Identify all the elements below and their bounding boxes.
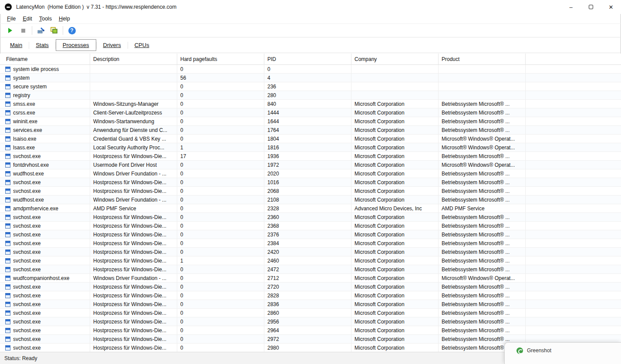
- description-cell: Hostprozess für Windows-Die...: [90, 256, 177, 265]
- company-cell: Microsoft Corporation: [351, 178, 439, 186]
- product-cell: Betriebssystem Microsoft® ...: [439, 248, 526, 256]
- product-cell: Betriebssystem Microsoft® ...: [439, 100, 526, 108]
- menu-file[interactable]: File: [3, 15, 19, 23]
- table-row[interactable]: svchost.exe Hostprozess für Windows-Die.…: [0, 239, 621, 248]
- table-row[interactable]: wudfcompanionhost.exe Windows Driver Fou…: [0, 274, 621, 283]
- close-button[interactable]: ✕: [601, 0, 621, 14]
- table-row[interactable]: svchost.exe Hostprozess für Windows-Die.…: [0, 326, 621, 335]
- table-row[interactable]: csrss.exe Client-Server-Laufzeitprozess …: [0, 108, 621, 117]
- filename-cell: svchost.exe: [0, 178, 90, 186]
- table-row[interactable]: system idle process 0 0: [0, 65, 621, 74]
- product-cell: [439, 91, 526, 99]
- tab-stats[interactable]: Stats: [29, 40, 55, 51]
- table-row[interactable]: wudfhost.exe Windows Driver Foundation -…: [0, 195, 621, 204]
- play-icon: [7, 27, 14, 34]
- table-row[interactable]: svchost.exe Hostprozess für Windows-Die.…: [0, 300, 621, 309]
- column-header-description[interactable]: Description: [90, 54, 177, 64]
- company-cell: [351, 82, 439, 91]
- table-row[interactable]: system 56 4: [0, 74, 621, 82]
- table-row[interactable]: svchost.exe Hostprozess für Windows-Die.…: [0, 256, 621, 265]
- pid-cell: 2972: [264, 335, 351, 343]
- column-header-filename[interactable]: Filename: [0, 54, 90, 64]
- filename-text: wudfcompanionhost.exe: [13, 275, 69, 281]
- table-row[interactable]: svchost.exe Hostprozess für Windows-Die.…: [0, 222, 621, 230]
- filename-text: svchost.exe: [13, 284, 40, 290]
- toolbar-separator: [63, 26, 63, 35]
- company-cell: [351, 91, 439, 99]
- empty-cell: [526, 108, 621, 117]
- table-row[interactable]: svchost.exe Hostprozess für Windows-Die.…: [0, 265, 621, 274]
- hard-pagefaults-cell: 0: [177, 91, 264, 99]
- filename-text: wininit.exe: [13, 118, 37, 125]
- table-row[interactable]: registry 0 280: [0, 91, 621, 100]
- table-row[interactable]: services.exe Anwendung für Dienste und C…: [0, 126, 621, 135]
- cascade-windows-button[interactable]: [48, 25, 60, 36]
- column-header-pid[interactable]: PID: [264, 54, 351, 64]
- empty-cell: [526, 309, 621, 317]
- table-row[interactable]: smss.exe Windows-Sitzungs-Manager 0 840 …: [0, 100, 621, 108]
- application-icon: [5, 206, 10, 211]
- application-icon: [5, 258, 10, 263]
- filename-text: lsass.exe: [13, 145, 35, 151]
- table-row[interactable]: svchost.exe Hostprozess für Windows-Die.…: [0, 283, 621, 291]
- menu-help[interactable]: Help: [55, 15, 74, 23]
- tab-main[interactable]: Main: [3, 40, 29, 51]
- company-cell: Microsoft Corporation: [351, 300, 439, 308]
- company-cell: Microsoft Corporation: [351, 326, 439, 334]
- column-header-company[interactable]: Company: [351, 54, 439, 64]
- table-row[interactable]: lsass.exe Local Security Authority Proc.…: [0, 143, 621, 152]
- filename-text: lsaiso.exe: [13, 136, 36, 142]
- hard-pagefaults-cell: 0: [177, 300, 264, 308]
- tab-cpus[interactable]: CPUs: [128, 40, 156, 51]
- start-monitor-button[interactable]: [4, 25, 16, 36]
- pid-cell: 2472: [264, 265, 351, 273]
- hardware-tool-button[interactable]: [35, 25, 47, 36]
- column-header-product[interactable]: Product: [439, 54, 526, 64]
- product-cell: Betriebssystem Microsoft® ...: [439, 178, 526, 186]
- table-row[interactable]: fontdrvhost.exe Usermode Font Driver Hos…: [0, 161, 621, 169]
- table-row[interactable]: secure system 0 236: [0, 82, 621, 91]
- maximize-button[interactable]: [581, 0, 601, 14]
- column-header-hard-pagefaults[interactable]: Hard pagefaults: [177, 54, 264, 64]
- pid-cell: 236: [264, 82, 351, 91]
- table-row[interactable]: svchost.exe Hostprozess für Windows-Die.…: [0, 317, 621, 326]
- table-row[interactable]: svchost.exe Hostprozess für Windows-Die.…: [0, 152, 621, 161]
- company-cell: Microsoft Corporation: [351, 265, 439, 273]
- table-row[interactable]: amdpmfservice.exe AMD PMF Service 0 2328…: [0, 204, 621, 213]
- tab-drivers[interactable]: Drivers: [97, 40, 128, 51]
- table-row[interactable]: svchost.exe Hostprozess für Windows-Die.…: [0, 291, 621, 300]
- empty-cell: [526, 256, 621, 265]
- table-row[interactable]: svchost.exe Hostprozess für Windows-Die.…: [0, 248, 621, 256]
- application-icon: [5, 93, 10, 98]
- application-icon: [5, 337, 10, 342]
- table-row[interactable]: svchost.exe Hostprozess für Windows-Die.…: [0, 230, 621, 239]
- table-row[interactable]: svchost.exe Hostprozess für Windows-Die.…: [0, 178, 621, 187]
- greenshot-toast[interactable]: Greenshot: [504, 342, 621, 364]
- table-row[interactable]: lsaiso.exe Credential Guard & VBS Key ..…: [0, 135, 621, 143]
- empty-cell: [526, 300, 621, 308]
- tab-processes[interactable]: Processes: [56, 39, 96, 51]
- hardware-tool-icon: [37, 27, 45, 34]
- description-cell: [90, 91, 177, 99]
- menu-edit[interactable]: Edit: [19, 15, 36, 23]
- tab-strip: Main Stats Processes Drivers CPUs: [0, 37, 621, 53]
- hard-pagefaults-cell: 0: [177, 317, 264, 326]
- company-cell: Microsoft Corporation: [351, 309, 439, 317]
- menu-tools[interactable]: Tools: [36, 15, 55, 23]
- description-cell: Credential Guard & VBS Key ...: [90, 135, 177, 143]
- stop-monitor-button[interactable]: [17, 25, 29, 36]
- table-row[interactable]: svchost.exe Hostprozess für Windows-Die.…: [0, 213, 621, 222]
- pid-cell: 4: [264, 74, 351, 82]
- application-icon: [5, 119, 10, 124]
- description-cell: Hostprozess für Windows-Die...: [90, 222, 177, 230]
- filename-text: svchost.exe: [13, 258, 40, 264]
- table-row[interactable]: svchost.exe Hostprozess für Windows-Die.…: [0, 187, 621, 195]
- table-row[interactable]: wudfhost.exe Windows Driver Foundation -…: [0, 169, 621, 178]
- company-cell: Microsoft Corporation: [351, 291, 439, 300]
- filename-text: system: [13, 75, 30, 81]
- table-row[interactable]: svchost.exe Hostprozess für Windows-Die.…: [0, 309, 621, 317]
- description-cell: Hostprozess für Windows-Die...: [90, 265, 177, 273]
- minimize-button[interactable]: –: [561, 0, 581, 14]
- help-button[interactable]: ?: [66, 25, 78, 36]
- table-row[interactable]: wininit.exe Windows-Startanwendung 0 164…: [0, 117, 621, 126]
